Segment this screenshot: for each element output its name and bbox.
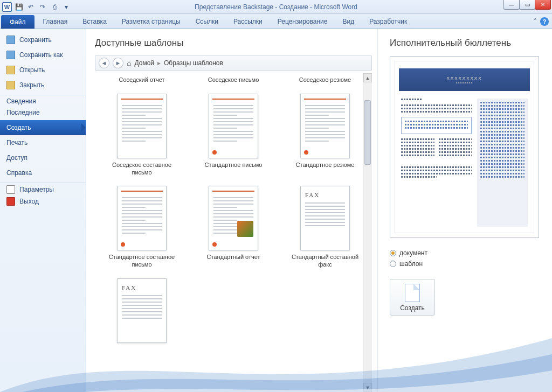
sidebar-label-new: Создать [6,124,31,131]
radio-icon [390,250,396,256]
scrollbar[interactable]: ▲ ▼ [363,73,372,392]
sidebar-item-save[interactable]: Сохранить [0,32,86,47]
sidebar-label-close: Закрыть [19,81,44,89]
sidebar-label-print: Печать [6,139,27,146]
radio-document[interactable]: документ [390,248,539,258]
minimize-button[interactable]: — [503,0,520,10]
breadcrumb-current[interactable]: Образцы шаблонов [164,59,223,67]
undo-icon[interactable]: ↶ [26,2,36,12]
template-item[interactable]: Соседское письмо [193,76,274,84]
sidebar-item-help[interactable]: Справка [0,165,86,180]
template-label: Стандартный отчет [206,254,260,261]
tab-references[interactable]: Ссылки [188,14,226,29]
breadcrumb-home[interactable]: Домой [134,59,154,67]
chevron-right-icon: ▸ [157,59,161,67]
scroll-down-icon[interactable]: ▼ [363,383,372,392]
ribbon-minimize-icon[interactable]: ˄ [534,18,537,25]
preview-doc-header: XXXXXXXXXxxxxxxxx [399,68,530,91]
sidebar-label-save: Сохранить [19,36,52,44]
tab-insert[interactable]: Вставка [75,14,114,29]
template-thumbnail [209,94,258,158]
template-label: Стандартное резюме [296,162,355,169]
help-icon[interactable]: ? [540,17,549,26]
template-label: Соседское составное письмо [104,162,180,177]
sidebar-item-info[interactable]: Сведения [0,95,86,105]
radio-icon [390,261,396,267]
template-label: Соседское письмо [208,76,259,84]
redo-icon[interactable]: ↷ [38,2,47,12]
template-label: Соседское резюме [299,76,351,84]
word-app-icon: W [2,2,12,12]
tab-mailings[interactable]: Рассылки [226,14,270,29]
scroll-up-icon[interactable]: ▲ [363,73,372,82]
template-item[interactable]: Стандартное письмо [193,94,274,177]
sidebar-item-options[interactable]: Параметры [0,183,86,194]
home-icon[interactable]: ⌂ [127,59,131,67]
print-icon[interactable]: ⎙ [50,2,59,12]
save-icon [6,36,15,44]
scroll-thumb[interactable] [364,100,371,165]
tab-review[interactable]: Рецензирование [270,14,335,29]
sidebar-label-open: Открыть [19,66,45,74]
save-as-icon [6,51,15,59]
sidebar-label-save-as: Сохранить как [19,51,63,59]
title-bar: W 💾 ↶ ↷ ⎙ ▾ Представление Backstage - Со… [0,0,552,14]
preview-panel: Исполнительный бюллетень XXXXXXXXXxxxxxx… [377,29,552,392]
sidebar-item-close[interactable]: Закрыть [0,78,86,93]
sidebar-item-exit[interactable]: Выход [0,194,86,209]
save-icon[interactable]: 💾 [14,2,24,12]
backstage-sidebar: Сохранить Сохранить как Открыть Закрыть … [0,29,86,392]
template-thumbnail [117,186,167,250]
template-item[interactable]: Стандартное составное письмо [101,186,182,269]
sidebar-item-new[interactable]: Создать [0,120,86,135]
template-thumbnail [117,94,167,158]
breadcrumb-back-icon[interactable]: ◄ [99,58,109,68]
tab-page-layout[interactable]: Разметка страницы [114,14,188,29]
close-doc-icon [6,81,15,89]
create-as-radio-group: документ шаблон [390,248,539,269]
document-icon [405,284,420,302]
radio-template[interactable]: шаблон [390,258,539,269]
backstage-view: Сохранить Сохранить как Открыть Закрыть … [0,29,552,392]
qat-customize-icon[interactable]: ▾ [61,2,71,12]
template-thumbnail [209,186,258,250]
template-item[interactable]: Соседское составное письмо [101,94,182,177]
template-thumbnail: FAX [117,278,167,343]
template-item[interactable]: Стандартное резюме [285,94,365,177]
sidebar-label-help: Справка [6,169,32,177]
template-item[interactable]: Соседское резюме [285,76,365,84]
exit-icon [6,197,15,206]
tab-home[interactable]: Главная [36,14,75,29]
template-item[interactable]: Стандартный отчет [193,186,274,269]
breadcrumb-forward-icon[interactable]: ► [113,58,123,68]
preview-document: XXXXXXXXXxxxxxxxx [395,61,534,233]
tab-view[interactable]: Вид [335,14,362,29]
sidebar-label-exit: Выход [19,198,39,205]
sidebar-label-info: Сведения [6,97,36,105]
template-item[interactable]: FAXСтандартный составной факс [285,186,365,269]
tab-developer[interactable]: Разработчик [362,14,415,29]
maximize-button[interactable]: ▭ [519,0,535,10]
template-label: Стандартное письмо [205,162,263,169]
close-button[interactable]: ✕ [535,0,551,10]
templates-breadcrumb: ◄ ► ⌂ Домой ▸ Образцы шаблонов [95,55,372,71]
tab-file[interactable]: Файл [1,15,34,29]
quick-access-toolbar: W 💾 ↶ ↷ ⎙ ▾ [0,2,71,12]
template-item[interactable]: Соседский отчет [101,76,182,84]
template-item[interactable]: FAX [101,278,182,346]
templates-scroll-area: Соседский отчетСоседское письмоСоседское… [95,73,372,392]
radio-label-template: шаблон [399,260,423,268]
sidebar-item-save-as[interactable]: Сохранить как [0,47,86,62]
sidebar-item-recent[interactable]: Последние [0,105,86,120]
template-thumbnail: FAX [300,186,350,250]
templates-panel: Доступные шаблоны ◄ ► ⌂ Домой ▸ Образцы … [86,29,377,392]
sidebar-item-share[interactable]: Доступ [0,150,86,165]
sidebar-item-open[interactable]: Открыть [0,62,86,78]
sidebar-item-print[interactable]: Печать [0,135,86,150]
window-controls: — ▭ ✕ [504,0,551,10]
templates-grid: Соседский отчетСоседское письмоСоседское… [95,73,372,346]
preview-frame: XXXXXXXXXxxxxxxxx [390,56,539,238]
preview-title: Исполнительный бюллетень [390,38,539,48]
create-button[interactable]: Создать [390,279,435,316]
radio-label-document: документ [399,249,427,257]
